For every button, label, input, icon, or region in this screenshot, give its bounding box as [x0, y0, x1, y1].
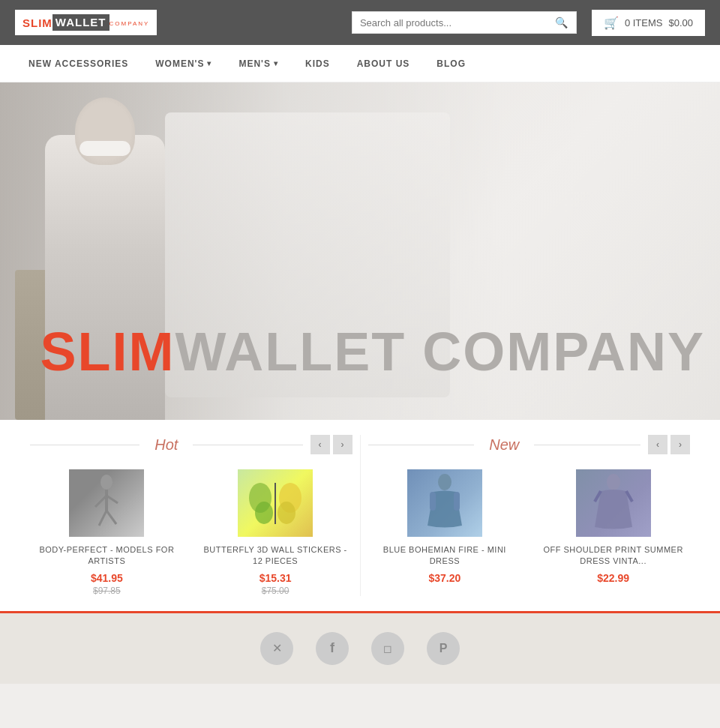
hot-product-1-price: $41.95: [30, 572, 184, 584]
instagram-social-button[interactable]: ◻: [371, 632, 404, 665]
hot-section: Hot ‹ › B: [22, 435, 360, 596]
hot-section-header: Hot ‹ ›: [30, 435, 352, 454]
logo-inner: WALLET: [52, 14, 110, 31]
blue-dress-svg: [418, 473, 471, 533]
hero-slim-text: SLIM: [40, 322, 175, 382]
cart-icon: 🛒: [604, 16, 619, 30]
new-divider-left: [368, 445, 475, 445]
search-input[interactable]: [360, 17, 555, 28]
footer-gray-area: [0, 684, 720, 728]
svg-point-11: [438, 474, 452, 490]
nav-about-us[interactable]: ABOUT US: [344, 45, 424, 82]
hot-product-2-price: $15.31: [199, 572, 352, 584]
mens-dropdown-icon: ▾: [274, 59, 278, 67]
products-section: Hot ‹ › B: [0, 420, 720, 611]
hot-product-list: BODY-PERFECT - MODELS FOR ARTISTS $41.95…: [30, 469, 352, 596]
new-product-2-price: $22.99: [536, 572, 690, 584]
nav-kids[interactable]: KIDS: [292, 45, 344, 82]
new-product-1-price: $37.20: [368, 572, 522, 584]
hot-product-2-name: BUTTERFLY 3D WALL STICKERS - 12 PIECES: [199, 544, 352, 568]
instagram-icon: ◻: [383, 643, 392, 655]
new-title: New: [474, 436, 534, 454]
pinterest-icon: P: [440, 642, 448, 655]
hero-banner: SLIMWALLET COMPANY: [0, 82, 720, 420]
logo-wallet: WALLET: [56, 16, 106, 28]
hot-product-2-original-price: $75.00: [199, 586, 352, 596]
svg-line-4: [99, 511, 106, 526]
butterfly-svg: [245, 475, 305, 532]
pinterest-social-button[interactable]: P: [427, 632, 460, 665]
cart-items: 0 ITEMS: [625, 17, 663, 28]
twitter-icon: ✕: [272, 641, 282, 655]
new-product-1-name: BLUE BOHEMIAN FIRE - MINI DRESS: [368, 544, 522, 568]
svg-line-2: [95, 496, 106, 507]
cart-price: $0.00: [668, 17, 693, 28]
hot-product-2-image: [238, 469, 313, 537]
navigation: NEW ACCESSORIES WOMEN'S▾ MEN'S▾ KIDS ABO…: [0, 45, 720, 82]
hot-title: Hot: [140, 436, 193, 454]
svg-point-9: [278, 502, 296, 524]
facebook-icon: f: [330, 640, 334, 656]
social-section: ✕ f ◻ P: [0, 613, 720, 684]
hot-product-1[interactable]: BODY-PERFECT - MODELS FOR ARTISTS $41.95…: [30, 469, 184, 596]
svg-rect-12: [430, 492, 436, 511]
header-right: 🔍 🛒 0 ITEMS $0.00: [352, 10, 705, 36]
svg-point-0: [100, 475, 112, 490]
nav-mens[interactable]: MEN'S▾: [225, 45, 292, 82]
svg-rect-13: [454, 492, 460, 511]
new-product-2-image: [576, 469, 651, 537]
facebook-social-button[interactable]: f: [316, 632, 349, 665]
body-perfect-svg: [80, 473, 133, 533]
logo-slim: SLIM: [22, 16, 52, 29]
svg-line-3: [106, 496, 118, 503]
logo-company: COMPANY: [110, 20, 150, 27]
new-product-1-image: [407, 469, 482, 537]
womens-dropdown-icon: ▾: [207, 59, 212, 67]
nav-blog[interactable]: BLOG: [423, 45, 479, 82]
twitter-social-button[interactable]: ✕: [260, 632, 293, 665]
search-bar: 🔍: [352, 11, 577, 34]
new-product-2-name: OFF SHOULDER PRINT SUMMER DRESS VINTA...: [536, 544, 690, 568]
new-section-header: New ‹ ›: [368, 435, 691, 454]
search-button[interactable]: 🔍: [555, 16, 568, 28]
shoulder-dress-svg: [587, 473, 640, 533]
new-divider-right: [534, 445, 640, 445]
hot-product-1-original-price: $97.85: [30, 586, 184, 596]
cart-button[interactable]: 🛒 0 ITEMS $0.00: [592, 10, 705, 36]
new-product-list: BLUE BOHEMIAN FIRE - MINI DRESS $37.20 O…: [368, 469, 691, 584]
hot-product-1-name: BODY-PERFECT - MODELS FOR ARTISTS: [30, 544, 184, 568]
hot-nav-arrows: ‹ ›: [310, 435, 352, 454]
hero-brand: SLIMWALLET COMPANY: [40, 321, 705, 382]
nav-womens[interactable]: WOMEN'S▾: [142, 45, 225, 82]
hot-product-1-image: [69, 469, 144, 537]
hot-prev-button[interactable]: ‹: [310, 435, 330, 454]
new-product-1[interactable]: BLUE BOHEMIAN FIRE - MINI DRESS $37.20: [368, 469, 522, 584]
svg-point-14: [607, 474, 620, 490]
hot-divider-left: [30, 445, 140, 445]
new-section: New ‹ › BLUE BOHEMIAN FIRE - MINI DRESS: [360, 435, 698, 596]
header: SLIMWALLETCOMPANY 🔍 🛒 0 ITEMS $0.00: [0, 0, 720, 45]
new-nav-arrows: ‹ ›: [648, 435, 690, 454]
new-next-button[interactable]: ›: [670, 435, 690, 454]
nav-new-accessories[interactable]: NEW ACCESSORIES: [15, 45, 142, 82]
new-prev-button[interactable]: ‹: [648, 435, 668, 454]
hero-wallet-company-text: WALLET COMPANY: [175, 322, 705, 382]
hero-sunglasses: [80, 141, 130, 156]
logo[interactable]: SLIMWALLETCOMPANY: [15, 10, 157, 35]
new-product-2[interactable]: OFF SHOULDER PRINT SUMMER DRESS VINTA...…: [536, 469, 690, 584]
hot-divider-right: [193, 445, 302, 445]
svg-point-8: [255, 502, 273, 524]
svg-line-5: [106, 511, 116, 524]
hot-next-button[interactable]: ›: [333, 435, 352, 454]
hot-product-2[interactable]: BUTTERFLY 3D WALL STICKERS - 12 PIECES $…: [199, 469, 352, 596]
